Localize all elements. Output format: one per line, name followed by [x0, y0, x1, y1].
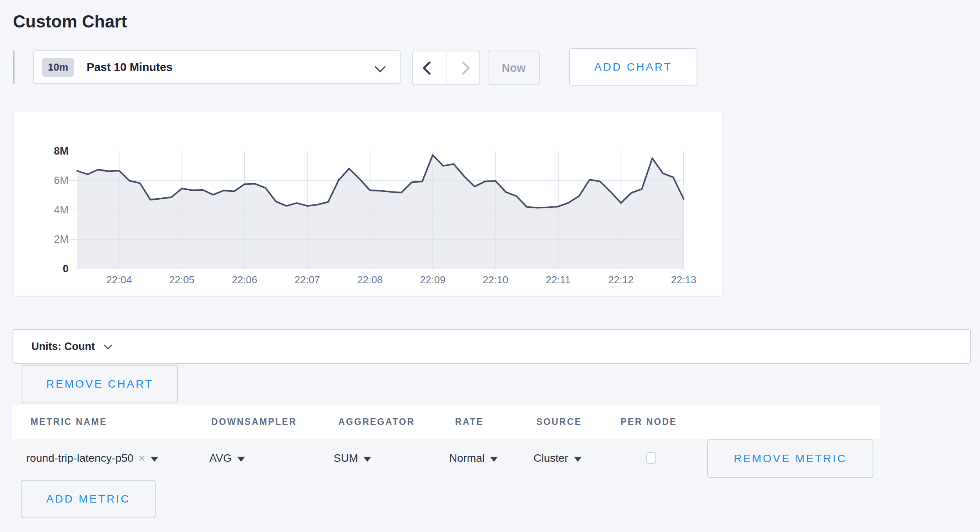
metrics-table-header: METRIC NAME DOWNSAMPLER AGGREGATOR RATE …: [12, 405, 880, 439]
rate-value: Normal: [449, 452, 485, 465]
col-header-aggregator: AGGREGATOR: [338, 405, 415, 439]
metric-name-value: round-trip-latency-p50: [26, 452, 134, 465]
per-node-checkbox[interactable]: [646, 452, 656, 464]
custom-chart-page: Custom Chart 10m Past 10 Minutes Now ADD…: [0, 0, 980, 532]
next-time-button[interactable]: [446, 51, 479, 84]
rate-select[interactable]: Normal: [449, 446, 498, 470]
prev-time-button[interactable]: [413, 51, 446, 84]
metric-name-select[interactable]: round-trip-latency-p50 ×: [26, 446, 158, 470]
remove-metric-button[interactable]: REMOVE METRIC: [707, 439, 873, 478]
svg-text:0: 0: [63, 263, 69, 275]
dropdown-arrow-icon: [490, 457, 498, 462]
aggregator-select[interactable]: SUM: [334, 446, 371, 470]
aggregator-value: SUM: [334, 452, 358, 465]
dropdown-arrow-icon: [237, 457, 245, 462]
svg-text:4M: 4M: [54, 204, 69, 216]
col-header-rate: RATE: [455, 405, 484, 439]
now-button[interactable]: Now: [488, 51, 540, 85]
add-metric-button[interactable]: ADD METRIC: [21, 480, 156, 518]
svg-text:2M: 2M: [54, 233, 69, 245]
svg-text:8M: 8M: [54, 145, 69, 157]
svg-text:22:13: 22:13: [671, 274, 696, 286]
svg-text:22:07: 22:07: [294, 274, 320, 286]
dropdown-arrow-icon: [151, 457, 158, 462]
units-label: Units: Count: [31, 341, 95, 353]
svg-text:22:12: 22:12: [608, 274, 633, 286]
svg-text:22:09: 22:09: [420, 274, 445, 286]
chevron-left-icon: [422, 61, 436, 75]
svg-text:22:04: 22:04: [106, 274, 132, 286]
remove-chart-button[interactable]: REMOVE CHART: [22, 365, 178, 403]
col-header-per-node: PER NODE: [621, 405, 677, 439]
col-header-metric-name: METRIC NAME: [31, 405, 107, 439]
clear-metric-icon[interactable]: ×: [138, 452, 145, 465]
source-value: Cluster: [534, 452, 568, 465]
svg-text:22:08: 22:08: [357, 274, 383, 286]
time-range-dropdown[interactable]: 10m Past 10 Minutes: [33, 50, 401, 84]
timewindow-accent-bar: [13, 51, 15, 84]
col-header-source: SOURCE: [536, 405, 582, 439]
dropdown-arrow-icon: [363, 457, 371, 462]
chart-card: 8M6M4M2M022:0422:0522:0622:0722:0822:092…: [13, 111, 723, 297]
svg-text:22:06: 22:06: [232, 274, 257, 286]
chevron-down-icon: [375, 61, 386, 72]
chevron-down-icon: [104, 341, 112, 349]
dropdown-arrow-icon: [574, 457, 582, 462]
col-header-downsampler: DOWNSAMPLER: [211, 405, 297, 439]
units-dropdown[interactable]: Units: Count: [13, 329, 971, 364]
svg-text:22:05: 22:05: [169, 274, 194, 286]
svg-text:22:11: 22:11: [546, 274, 570, 286]
time-range-badge: 10m: [42, 58, 74, 77]
custom-chart-svg: 8M6M4M2M022:0422:0522:0622:0722:0822:092…: [14, 111, 722, 296]
time-nav-group: [412, 51, 480, 85]
svg-text:22:10: 22:10: [483, 274, 508, 286]
chevron-right-icon: [456, 61, 470, 75]
add-chart-button[interactable]: ADD CHART: [569, 48, 697, 86]
downsampler-value: AVG: [209, 452, 232, 465]
time-range-label: Past 10 Minutes: [87, 61, 172, 74]
downsampler-select[interactable]: AVG: [209, 446, 245, 470]
page-title: Custom Chart: [13, 12, 127, 31]
svg-text:6M: 6M: [54, 175, 69, 186]
source-select[interactable]: Cluster: [534, 446, 582, 470]
